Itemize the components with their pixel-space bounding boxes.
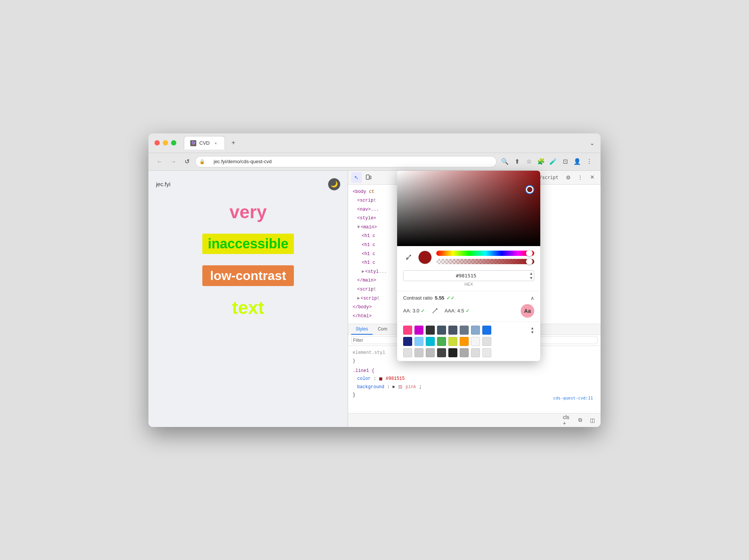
palette-swatch[interactable] [482,326,491,335]
layout-view-button[interactable]: ◫ [587,415,598,425]
device-emulation-button[interactable] [363,172,374,183]
hex-input[interactable] [404,271,529,281]
alpha-thumb [526,258,533,265]
devtools-bottom-bar: cls + ⧉ ◫ [348,413,601,427]
close-devtools-button[interactable]: × [587,172,598,183]
add-style-button[interactable]: cls + [563,415,573,425]
contrast-header[interactable]: Contrast ratio 5.55 ✓✓ ∧ [403,295,534,301]
palette-swatch[interactable] [437,337,446,346]
palette-section: ▲ ▼ [397,321,540,361]
palette-swatch[interactable] [414,337,423,346]
palette-swatch[interactable] [460,348,469,357]
eyedropper-button[interactable] [403,252,414,263]
palette-swatch[interactable] [426,337,435,346]
palette-swatch[interactable] [437,348,446,357]
traffic-lights [154,140,176,145]
aaa-check: ✓ [466,308,470,314]
share-icon-btn[interactable]: ⬆ [512,156,522,167]
profile-icon-btn[interactable]: 👤 [572,156,582,167]
palette-swatch[interactable] [448,326,457,335]
contrast-aaa: AAA: 4.5 ✓ [445,308,470,314]
mac-window: 🔮 CVD × + ⌄ ← → ↺ 🔒 jec.fyi/demo/cds-que… [148,133,601,427]
star-icon-btn[interactable]: ☆ [524,156,534,167]
minimize-button[interactable] [163,140,168,145]
palette-nav-arrows[interactable]: ▲ ▼ [530,326,534,334]
alpha-slider[interactable] [436,259,534,264]
tab-computed[interactable]: Com [373,324,392,335]
palette-swatch[interactable] [448,337,457,346]
search-icon-btn[interactable]: 🔍 [500,156,510,167]
palette-swatch[interactable] [471,337,480,346]
layout-icon-btn[interactable]: ⊡ [560,156,570,167]
element-picker-button[interactable]: ↖ [351,172,362,183]
title-bar: 🔮 CVD × + ⌄ [148,133,601,153]
palette-swatch[interactable] [414,348,423,357]
palette-swatch[interactable] [426,348,435,357]
copy-element-button[interactable]: ⧉ [575,415,585,425]
palette-swatch[interactable] [471,348,480,357]
address-input[interactable]: 🔒 jec.fyi/demo/cds-quest-cvd [195,156,497,167]
contrast-value: 5.55 [435,295,444,301]
hex-input-row: ▲ ▼ HEX [397,269,540,291]
more-options-button[interactable]: ⋮ [575,172,585,183]
color-swatch[interactable] [418,251,432,264]
chevron-up-icon[interactable]: ∧ [530,295,534,301]
palette-swatch[interactable] [448,348,457,357]
extension-icon-btn[interactable]: 🧩 [536,156,546,167]
forward-button[interactable]: → [168,156,179,167]
palette-row-2 [403,337,534,346]
hex-label: HEX [465,282,473,286]
back-button[interactable]: ← [154,156,165,167]
contrast-preview-button[interactable]: Aa [521,304,534,318]
hue-slider[interactable] [436,251,534,256]
dark-mode-button[interactable]: 🌙 [328,178,340,190]
tab-menu-button[interactable]: ⌄ [590,139,595,147]
palette-swatch[interactable] [460,326,469,335]
palette-swatch[interactable] [426,326,435,335]
close-button[interactable] [154,140,160,145]
contrast-aa: AA: 3.0 ✓ [403,308,425,314]
svg-rect-1 [370,176,371,179]
lock-icon: 🔒 [199,159,205,164]
hue-thumb [526,250,533,257]
contrast-section: Contrast ratio 5.55 ✓✓ ∧ AA: 3.0 ✓ [397,291,540,321]
sliders-row [397,246,540,269]
active-tab[interactable]: 🔮 CVD × [184,136,225,150]
site-name: jec.fyi [156,181,170,187]
settings-button[interactable]: ⚙ [563,172,573,183]
hex-input-wrap: ▲ ▼ [403,270,534,281]
tab-close-button[interactable]: × [212,140,219,146]
maximize-button[interactable] [171,140,176,145]
source-reference: cds-quest-cvd:11 [553,396,593,401]
color-gradient[interactable] [397,171,540,246]
color-picker: ▲ ▼ HEX Contrast ratio 5.55 ✓✓ ∧ [397,171,540,361]
tab-styles[interactable]: Styles [351,324,373,335]
page-header: jec.fyi 🌙 [156,178,340,190]
palette-swatch[interactable] [403,326,412,335]
word-low-contrast: low-contrast [202,265,293,286]
address-bar: ← → ↺ 🔒 jec.fyi/demo/cds-quest-cvd 🔍 ⬆ ☆… [148,153,601,171]
palette-swatch[interactable] [471,326,480,335]
palette-swatch[interactable] [482,337,491,346]
url-text: jec.fyi/demo/cds-quest-cvd [214,159,272,164]
palette-swatch[interactable] [482,348,491,357]
aa-value: 3.0 [413,308,419,314]
palette-swatch[interactable] [437,326,446,335]
new-tab-button[interactable]: + [228,138,238,148]
background-swatch-inline[interactable] [399,385,402,389]
palette-swatch[interactable] [403,348,412,357]
demo-items: very inaccessible low-contrast text [156,202,340,318]
palette-swatch[interactable] [414,326,423,335]
palette-swatch[interactable] [460,337,469,346]
color-swatch-inline[interactable] [379,377,382,381]
flask-icon-btn[interactable]: 🧪 [548,156,558,167]
palette-swatch[interactable] [403,337,412,346]
page-content: jec.fyi 🌙 very inaccessible low-contrast… [148,171,348,427]
eyedropper-contrast-button[interactable] [430,306,440,316]
menu-icon-btn[interactable]: ⋮ [584,156,595,167]
browser-content: jec.fyi 🌙 very inaccessible low-contrast… [148,171,601,427]
hex-arrows[interactable]: ▲ ▼ [529,271,534,281]
reload-button[interactable]: ↺ [182,156,192,167]
style-rule-line1: .line1 { color : #981515 background : [353,367,596,399]
color-cursor[interactable] [526,186,533,193]
